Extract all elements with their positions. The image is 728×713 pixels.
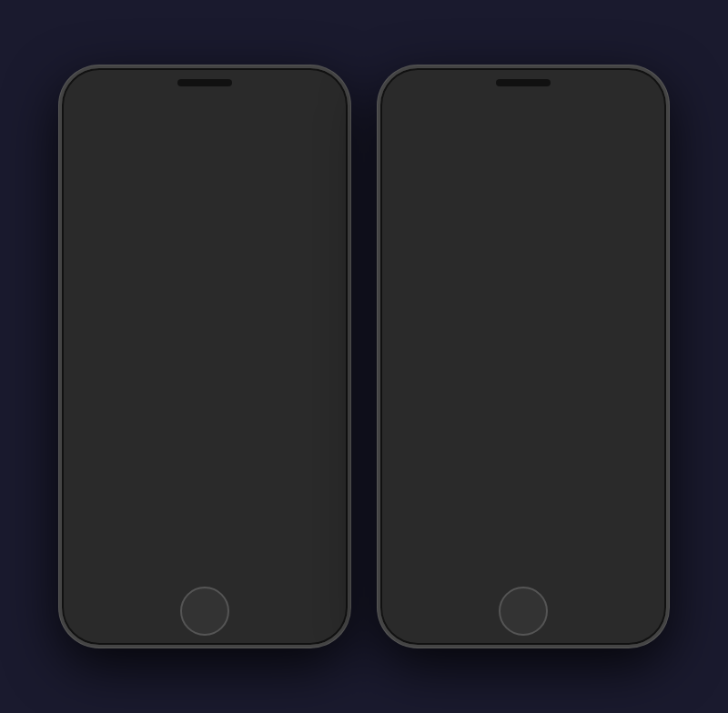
stat-posts: 242posts [106, 378, 117, 389]
bc-item-4[interactable]: 👤 Toni the... Clik [585, 200, 656, 221]
stat-label-battery: Battery usage [78, 239, 115, 246]
app-ibooks[interactable]: 📚 iBooks [525, 200, 584, 226]
app-weather[interactable]: 🌤 Weather [400, 146, 460, 171]
recent-person-george[interactable]: 👤 George [76, 115, 106, 156]
wa-chat-list: 👤 ag... 11:50 AM 👤 ry 9:12 AM [75, 249, 202, 333]
stat-value-runtime: 10 mins [177, 221, 198, 227]
dock-app-photos[interactable]: 🌸 Photos [271, 532, 306, 577]
app-reminders[interactable]: 📝 Reminders [462, 173, 521, 198]
photos-btn[interactable]: 🌸 Photos [206, 318, 277, 332]
stat-label-runtime: Running time [78, 221, 113, 227]
chat-avatar-2: 👤 [78, 272, 95, 288]
bc-avatar-5: ⭐ [588, 223, 604, 239]
whatsapp-icon-right: 💬 [506, 532, 541, 567]
bc-info-5: +963 963... Kwikis [606, 226, 633, 236]
dock-app-instagram[interactable]: 📷 Instagram [187, 532, 222, 577]
bc-info-1: Scout C... +963 964... [606, 142, 632, 153]
app-photos[interactable]: 🌸 Photos [525, 118, 584, 144]
wa-new-group[interactable]: ✏ New Group [75, 179, 202, 193]
dock-app-whatsapp-right[interactable]: 💬 WhatsApp [506, 532, 541, 577]
broadcast-lists-label: Broadcast Lists [585, 127, 656, 137]
photo-row-3 [206, 258, 277, 289]
avatar-carine: 👱 [112, 115, 143, 146]
stat-value-battery: 12 % [185, 239, 198, 246]
person-name-nimat: Nimat [191, 148, 210, 156]
clock-icon: ⏰ [482, 146, 502, 166]
wa-search[interactable]: 🔍 Search [75, 167, 202, 179]
aleppo-card[interactable]: ‹ Years Co Aleppo › September 23 - Oct..… [206, 155, 277, 391]
bc-info-2: Mario th... [606, 166, 632, 171]
clear-all-button[interactable] [499, 455, 549, 505]
ibooks-icon: 📚 [544, 200, 564, 220]
weather-icon: 🌤 [420, 146, 440, 166]
app-cards-area: 100%▊▊▊ 🔍 Search ✏ New Group App Setting… [70, 150, 339, 579]
app-clock[interactable]: ⏰ Clock [462, 146, 521, 171]
chat-item-4[interactable]: 👤 059 Yesterday [75, 312, 202, 333]
settings-icon[interactable]: ⚙ [189, 353, 197, 362]
recent-person-carine[interactable]: 👱 Carine [112, 115, 143, 156]
app-appstore[interactable]: 🛒 App Store [462, 200, 521, 226]
right-phone: ●●●●● ▼ 9:41 AM 100% ⚡ 💬4 Messages 13 13 [378, 65, 669, 648]
recent-person-nimat[interactable]: ND Nimat [185, 115, 216, 156]
chat-info-1: ag... 11:50 AM [97, 254, 198, 266]
chat-multitask-card[interactable]: ●●●100% Edit Broadcast Lists 👤 Scout C..… [585, 106, 656, 306]
chat-avatar-3: 👤 [78, 293, 95, 309]
whatsapp-label-right: WhatsApp [507, 568, 541, 577]
recents-label: Recents [76, 103, 334, 112]
photos-label: Photos [278, 568, 300, 577]
whatsapp-label: WhatsApp [105, 568, 138, 577]
date-range-1: September 23 - Oct... [206, 178, 277, 187]
ios-time: 9:41 AM [514, 110, 533, 115]
app-maps[interactable]: 🗺 Maps [525, 146, 584, 171]
stat-row-battery: Battery usage 12 % [78, 238, 198, 247]
app-stocks[interactable]: 📊 Stocks [525, 173, 584, 198]
app-messages[interactable]: 💬4 Messages [400, 118, 460, 144]
recents-row: 👤 George 👱 Carine DS Darine ND Nimat [76, 115, 334, 156]
chat-item-3[interactable]: 👤 7:10 AM 1:21 AM [75, 291, 202, 312]
dock-safari-icon[interactable]: 🌐 [543, 231, 563, 251]
app-itunes[interactable]: 🎵 iTunes Store [400, 200, 460, 226]
stat-row-runtime: Running time 10 mins [78, 220, 198, 229]
left-phone-dock: 💬 WhatsApp 📷 Instagram 🌸 Photos [70, 529, 339, 579]
whatsapp-card[interactable]: 100%▊▊▊ 🔍 Search ✏ New Group App Setting… [75, 155, 202, 437]
app-calendar[interactable]: 13 13 Calendar [462, 118, 521, 144]
avatar-george: 👤 [76, 115, 106, 146]
right-phone-dock: 💬 WhatsApp [389, 529, 658, 579]
photo-aleppo-6 [242, 259, 277, 288]
profile-bio: Ralph Theodory Tech Enthusiast ● Apple G… [75, 406, 202, 437]
photo-row-2 [206, 218, 277, 249]
photo-aleppo-2 [242, 188, 277, 217]
avatar-cindy: CH [221, 115, 252, 146]
privacy-settings-label[interactable]: Privacy Settings [75, 206, 202, 218]
profile-avatar: 👤 [78, 360, 96, 378]
dock-mail-icon[interactable]: ✉ [483, 231, 503, 251]
bc-item-1[interactable]: 👤 Scout C... +963 964... [585, 137, 656, 158]
profile-username: RTHEODORY [102, 355, 145, 360]
bc-item-3[interactable]: 👤 CALOOO... I'd always... [585, 179, 656, 200]
chat-item-2[interactable]: 👤 ry 9:12 AM [75, 270, 202, 291]
edit-profile-btn[interactable]: Edit Your Profile [78, 393, 198, 404]
app-news[interactable]: 📰 News [400, 173, 460, 198]
bc-info-4: Toni the... Clik [606, 205, 632, 216]
recent-person-darine[interactable]: DS Darine [148, 115, 179, 156]
right-phone-screen: ●●●●● ▼ 9:41 AM 100% ⚡ 💬4 Messages 13 13 [389, 97, 658, 579]
photo-aleppo-1 [207, 188, 241, 217]
stocks-icon: 📊 [544, 173, 564, 193]
app-settings-label[interactable]: App Settings [75, 193, 202, 206]
reminders-icon: 📝 [482, 173, 502, 193]
appstore-icon: 🛒 [482, 200, 502, 220]
avatar-darine: DS [148, 115, 179, 146]
bc-avatar-2: 👤 [588, 160, 604, 176]
recent-person-cindy[interactable]: CH Cindy [221, 115, 252, 156]
bc-item-2[interactable]: 👤 Mario th... [585, 158, 656, 179]
bc-item-5[interactable]: ⭐ +963 963... Kwikis [585, 221, 656, 242]
chat-item-1[interactable]: 👤 ag... 11:50 AM [75, 249, 202, 270]
photo-aleppo-3 [207, 219, 241, 248]
dock-app-whatsapp[interactable]: 💬 WhatsApp [104, 532, 138, 577]
dock-phone-icon[interactable]: 📞 [423, 231, 443, 251]
whatsapp-icon: 💬 [104, 532, 138, 567]
chat-edit-btn[interactable]: Edit [585, 117, 656, 127]
photos-icon-dock: 🌸 [271, 532, 306, 567]
person-name-darine: Darine [153, 148, 175, 156]
person-name-george: George [79, 148, 104, 156]
